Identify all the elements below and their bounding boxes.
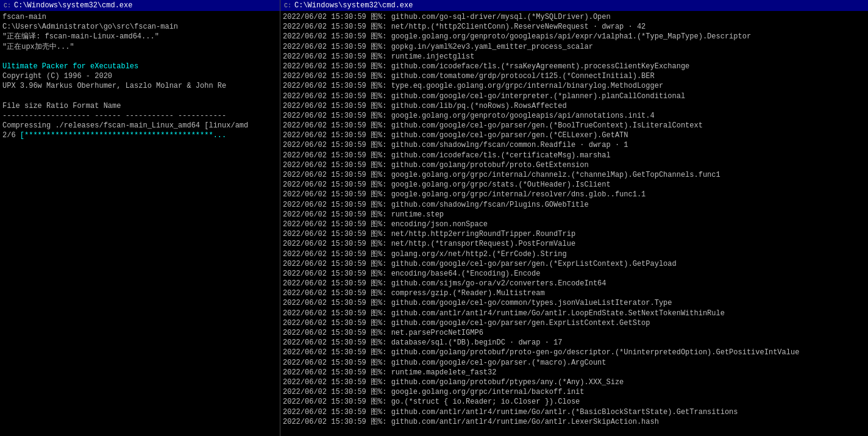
log-line-27: 2022/06/02 15:30:59 图%: github.com/sijms… bbox=[283, 279, 866, 288]
log-line-7: 2022/06/02 15:30:59 图%: type.eq.google.g… bbox=[283, 81, 866, 91]
log-line-36: 2022/06/02 15:30:59 图%: runtime.mapdelet… bbox=[283, 368, 866, 377]
log-line-1: 2022/06/02 15:30:59 图%: net/http.(*http2… bbox=[283, 22, 866, 32]
left-line-upx3: UPX 3.96w Markus Oberhumer, Laszlo Molna… bbox=[2, 81, 277, 91]
left-line-compress: Compressing ./releases/fscan-main_Linux_… bbox=[2, 121, 277, 130]
log-line-32: 2022/06/02 15:30:59 图%: net.parseProcNet… bbox=[283, 328, 866, 338]
log-line-15: 2022/06/02 15:30:59 图%: github.com/golan… bbox=[283, 160, 866, 170]
log-line-41: 2022/06/02 15:30:59 图%: github.com/antlr… bbox=[283, 417, 866, 427]
log-line-11: 2022/06/02 15:30:59 图%: github.com/googl… bbox=[283, 121, 866, 130]
log-line-8: 2022/06/02 15:30:59 图%: github.com/googl… bbox=[283, 91, 866, 101]
left-line-blank2 bbox=[2, 91, 277, 101]
log-line-2: 2022/06/02 15:30:59 图%: google.golang.or… bbox=[283, 32, 866, 41]
left-window-icon: C: bbox=[4, 2, 11, 9]
log-line-25: 2022/06/02 15:30:59 图%: github.com/googl… bbox=[283, 259, 866, 269]
left-line-1: fscan-main bbox=[2, 12, 277, 22]
right-window-title: C:\Windows\system32\cmd.exe bbox=[294, 1, 413, 10]
log-line-29: 2022/06/02 15:30:59 图%: github.com/googl… bbox=[283, 298, 866, 308]
left-title-bar: C: C:\Windows\system32\cmd.exe bbox=[0, 0, 280, 11]
log-line-22: 2022/06/02 15:30:59 图%: net/http.http2er… bbox=[283, 229, 866, 239]
log-line-24: 2022/06/02 15:30:59 图%: golang.org/x/net… bbox=[283, 249, 866, 259]
log-line-33: 2022/06/02 15:30:59 图%: database/sql.(*D… bbox=[283, 338, 866, 348]
log-line-16: 2022/06/02 15:30:59 图%: google.golang.or… bbox=[283, 170, 866, 180]
log-line-34: 2022/06/02 15:30:59 图%: github.com/golan… bbox=[283, 348, 866, 357]
left-line-blank1 bbox=[2, 52, 277, 62]
left-window-title: C:\Windows\system32\cmd.exe bbox=[14, 1, 132, 10]
right-terminal-content: 2022/06/02 15:30:59 图%: github.com/go-sq… bbox=[280, 11, 868, 436]
log-line-37: 2022/06/02 15:30:59 图%: github.com/golan… bbox=[283, 377, 866, 387]
right-window-icon: C: bbox=[284, 2, 291, 9]
log-line-26: 2022/06/02 15:30:59 图%: encoding/base64.… bbox=[283, 269, 866, 279]
left-line-3: "正在编译: fscan-main-Linux-amd64..." bbox=[2, 32, 277, 41]
log-line-12: 2022/06/02 15:30:59 图%: github.com/googl… bbox=[283, 130, 866, 140]
log-line-5: 2022/06/02 15:30:59 图%: github.com/icode… bbox=[283, 62, 866, 71]
log-line-21: 2022/06/02 15:30:59 图%: encoding/json.no… bbox=[283, 220, 866, 229]
left-line-4: "正在upx加壳中..." bbox=[2, 42, 277, 52]
log-line-13: 2022/06/02 15:30:59 图%: github.com/shado… bbox=[283, 140, 866, 150]
left-line-upx2: Copyright (C) 1996 - 2020 bbox=[2, 71, 277, 81]
left-line-progress: 2/6 [***********************************… bbox=[2, 130, 277, 140]
log-line-39: 2022/06/02 15:30:59 图%: go.(*struct { io… bbox=[283, 397, 866, 407]
left-terminal-content: fscan-main C:\Users\Administrator\go\src… bbox=[0, 11, 280, 436]
log-line-0: 2022/06/02 15:30:59 图%: github.com/go-sq… bbox=[283, 12, 866, 22]
log-line-20: 2022/06/02 15:30:59 图%: runtime.step bbox=[283, 210, 866, 220]
log-line-38: 2022/06/02 15:30:59 图%: google.golang.or… bbox=[283, 387, 866, 397]
log-line-9: 2022/06/02 15:30:59 图%: github.com/lib/p… bbox=[283, 101, 866, 111]
log-line-10: 2022/06/02 15:30:59 图%: google.golang.or… bbox=[283, 111, 866, 121]
log-line-35: 2022/06/02 15:30:59 图%: github.com/googl… bbox=[283, 358, 866, 368]
right-terminal-window: C: C:\Windows\system32\cmd.exe 2022/06/0… bbox=[280, 0, 868, 436]
log-line-14: 2022/06/02 15:30:59 图%: github.com/icode… bbox=[283, 151, 866, 160]
log-line-3: 2022/06/02 15:30:59 图%: gopkg.in/yaml%2e… bbox=[283, 42, 866, 52]
log-line-19: 2022/06/02 15:30:59 图%: github.com/shado… bbox=[283, 200, 866, 210]
left-terminal-window: C: C:\Windows\system32\cmd.exe fscan-mai… bbox=[0, 0, 280, 436]
left-line-upx1: Ultimate Packer for eXecutables bbox=[2, 62, 277, 71]
log-line-4: 2022/06/02 15:30:59 图%: runtime.injectgl… bbox=[283, 52, 866, 62]
log-line-30: 2022/06/02 15:30:59 图%: github.com/antlr… bbox=[283, 309, 866, 318]
log-line-40: 2022/06/02 15:30:59 图%: github.com/antlr… bbox=[283, 407, 866, 417]
log-line-6: 2022/06/02 15:30:59 图%: github.com/tomat… bbox=[283, 71, 866, 81]
left-line-2: C:\Users\Administrator\go\src\fscan-main bbox=[2, 22, 277, 32]
log-line-17: 2022/06/02 15:30:59 图%: google.golang.or… bbox=[283, 180, 866, 190]
log-line-28: 2022/06/02 15:30:59 图%: compress/gzip.(*… bbox=[283, 288, 866, 298]
left-line-divider: -------------------- ------ ----------- … bbox=[2, 111, 277, 121]
log-line-31: 2022/06/02 15:30:59 图%: github.com/googl… bbox=[283, 318, 866, 328]
right-title-bar: C: C:\Windows\system32\cmd.exe bbox=[280, 0, 868, 11]
left-line-header: File size Ratio Format Name bbox=[2, 101, 277, 111]
log-line-23: 2022/06/02 15:30:59 图%: net/http.(*trans… bbox=[283, 239, 866, 249]
log-line-18: 2022/06/02 15:30:59 图%: google.golang.or… bbox=[283, 190, 866, 199]
